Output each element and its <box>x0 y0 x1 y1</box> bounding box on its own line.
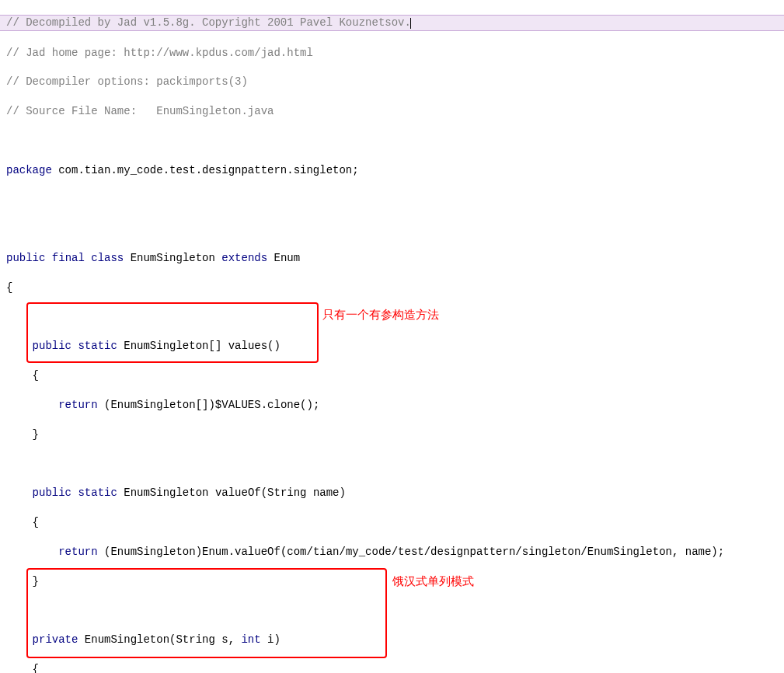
code-line: package com.tian.my_code.test.designpatt… <box>0 163 784 178</box>
annotation-label-constructor: 只有一个有参构造方法 <box>322 307 439 323</box>
code-line: { <box>0 281 784 295</box>
code-line: return (EnumSingleton[])$VALUES.clone(); <box>0 398 784 413</box>
code-line <box>0 134 784 148</box>
comment: // Jad home page: http://www.kpdus.com/j… <box>6 47 313 59</box>
code-line: { <box>0 368 784 383</box>
code-line <box>0 221 784 236</box>
comment: // Decompiler options: packimports(3) <box>6 75 254 88</box>
code-line: private EnumSingleton(String s, int i) <box>0 633 784 647</box>
code-line: { <box>0 515 784 530</box>
code-line <box>0 193 784 207</box>
code-line: // Decompiled by Jad v1.5.8g. Copyright … <box>0 15 784 31</box>
code-line: public static EnumSingleton valueOf(Stri… <box>0 486 784 500</box>
comment: // Source File Name: EnumSingleton.java <box>6 105 274 117</box>
code-line: return (EnumSingleton)Enum.valueOf(com/t… <box>0 545 784 560</box>
code-line <box>0 604 784 619</box>
code-line: public final class EnumSingleton extends… <box>0 251 784 266</box>
code-line <box>0 457 784 472</box>
code-line: // Source File Name: EnumSingleton.java <box>0 104 784 119</box>
code-line: // Decompiler options: packimports(3) <box>0 75 784 89</box>
code-line: // Jad home page: http://www.kpdus.com/j… <box>0 46 784 61</box>
code-line: public static EnumSingleton[] values() <box>0 339 784 354</box>
code-line: } <box>0 427 784 442</box>
annotation-label-static: 饿汉式单列模式 <box>392 574 474 589</box>
code-line: { <box>0 662 784 673</box>
code-editor: // Decompiled by Jad v1.5.8g. Copyright … <box>0 0 784 673</box>
comment: // Decompiled by Jad v1.5.8g. Copyright … <box>6 16 411 29</box>
